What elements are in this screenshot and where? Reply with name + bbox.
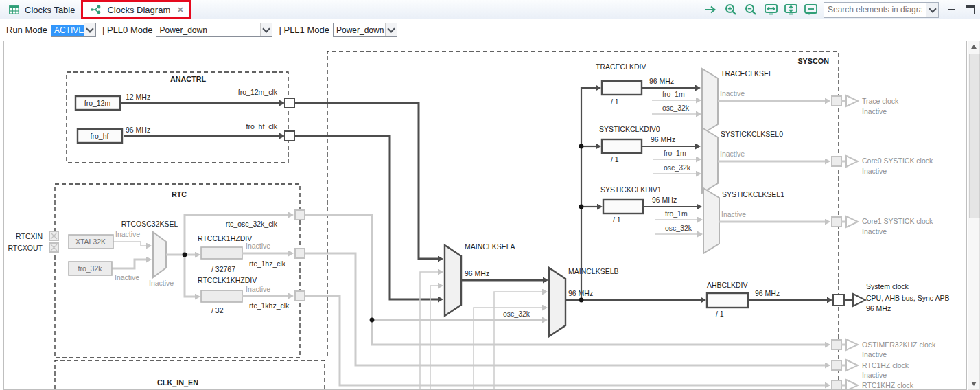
fro-hf-clk-label: fro_hf_clk [246, 122, 277, 130]
ahbclkdiv-value: / 1 [716, 310, 724, 318]
fro-12m-label: fro_12m [84, 99, 111, 107]
systickclkdiv0-value: / 1 [611, 155, 619, 163]
port-fro-12m-clk[interactable] [285, 98, 294, 108]
sel1-fro1m-label: fro_1m [665, 209, 688, 218]
fro-12m-freq: 12 MHz [126, 93, 150, 101]
mainclksela-mux[interactable] [445, 245, 461, 316]
port-rtc-1hz[interactable] [295, 249, 305, 258]
wire-fro-32k [112, 260, 147, 268]
core1-systick-label: Core1 SYSTICK clock [862, 217, 933, 225]
systickclkdiv1-value: / 1 [613, 216, 621, 224]
fro-32k-status: Inactive [115, 273, 139, 282]
rtc-title: RTC [172, 190, 187, 198]
search-dropdown-chevron-icon[interactable] [926, 3, 938, 17]
fit-height-icon[interactable] [784, 3, 797, 16]
mainclkselb-mux[interactable] [549, 268, 565, 336]
zoom-out-icon[interactable] [744, 3, 758, 16]
rtc-osc-32k-clk-label: rtc_osc_32k_clk [226, 220, 278, 228]
port-ostimer32khz[interactable] [832, 340, 841, 349]
clocks-table-icon [7, 3, 21, 16]
ostimer32khz-status: Inactive [862, 350, 887, 358]
scroll-up-icon[interactable] [968, 41, 979, 52]
traceclkdiv-value: / 1 [611, 98, 619, 106]
collapse-notes-icon[interactable] [804, 3, 817, 16]
anactrl-title: ANACTRL [170, 75, 207, 83]
ahb-freq: 96 MHz [755, 289, 780, 297]
port-rtc-1khz[interactable] [295, 291, 305, 301]
rtcosc32ksel-status: Inactive [149, 279, 174, 287]
port-rtc-osc-32k[interactable] [295, 210, 305, 220]
sel1-osc32k-label: osc_32k [665, 224, 692, 232]
rtc-1khz-clk-label: rtc_1khz_clk [249, 301, 290, 310]
flag-core0-systick [846, 156, 858, 167]
system-clock-desc: CPU, AHB bus, Sync APB [866, 294, 949, 302]
rtcosc32ksel-mux[interactable] [153, 232, 166, 277]
flag-ostimer32khz [846, 339, 858, 350]
tab-clocks-diagram[interactable]: Clocks Diagram ✕ [82, 0, 191, 19]
pll1-mode-select[interactable]: Power_down [333, 23, 397, 37]
tab-close-icon[interactable]: ✕ [177, 5, 183, 14]
forward-arrow-icon[interactable] [704, 3, 718, 16]
systickclkdiv0[interactable] [602, 139, 642, 153]
scrollbar-thumb[interactable] [969, 54, 980, 218]
rtcclk1khzdiv[interactable] [201, 290, 242, 302]
traceclksel-status: Inactive [720, 89, 745, 98]
anactrl-block [67, 72, 288, 163]
port-trace-clock[interactable] [832, 96, 841, 106]
fit-width-icon[interactable] [764, 3, 778, 16]
port-fro-hf-clk[interactable] [285, 131, 294, 141]
core0-systick-label: Core0 SYSTICK clock [862, 157, 933, 165]
rtcxout-label: RTCXOUT [8, 244, 43, 252]
traceclksel-mux[interactable] [702, 69, 718, 134]
rtcclk1hzdiv[interactable] [201, 247, 242, 259]
pll0-chevron-icon[interactable] [260, 23, 272, 36]
systickclkdiv1[interactable] [603, 200, 643, 214]
pll0-mode-select[interactable]: Power_down [156, 23, 272, 37]
port-core1-systick[interactable] [832, 217, 841, 227]
vertical-scrollbar[interactable] [968, 41, 980, 390]
port-rtc1hz-out[interactable] [832, 360, 841, 370]
run-mode-chevron-icon[interactable] [84, 23, 95, 36]
systickclkdiv1-label: SYSTICKCLKDIV1 [600, 185, 662, 194]
systickclksel0-mux[interactable] [702, 128, 718, 193]
port-core0-systick[interactable] [832, 157, 841, 166]
clocks-diagram-panel[interactable]: ANACTRL RTC SYSCON CLK_IN_EN fro_12m fro… [3, 41, 967, 390]
minimize-view-icon[interactable] [945, 3, 957, 16]
systickclksel1-mux[interactable] [703, 188, 719, 253]
fro-32k-label: fro_32k [78, 264, 102, 273]
xtal32k-label: XTAL32K [75, 238, 106, 246]
port-system-clock[interactable] [833, 295, 844, 306]
run-mode-select[interactable]: ACTIVE [51, 23, 96, 37]
syscon-title: SYSCON [797, 57, 829, 65]
run-mode-label: Run Mode [6, 25, 47, 35]
wire-to-1khzdiv [185, 255, 196, 297]
mainclksela-freq: 96 MHz [465, 269, 489, 277]
diagram-search-box[interactable] [824, 2, 939, 18]
diagram-search-input[interactable] [824, 5, 926, 14]
tab-clocks-table[interactable]: Clocks Table [0, 0, 82, 19]
fro-hf-label: fro_hf [91, 132, 109, 140]
port-rtcxin[interactable] [49, 231, 58, 240]
port-rtcxout[interactable] [49, 243, 58, 252]
rtcosc32ksel-label: RTCOSC32KSEL [121, 220, 178, 228]
port-rtc1khz-out[interactable] [832, 380, 841, 389]
maximize-view-icon[interactable] [964, 3, 976, 16]
traceclkdiv[interactable] [602, 81, 642, 95]
pll1-chevron-icon[interactable] [385, 23, 397, 36]
scroll-down-icon[interactable] [968, 378, 979, 389]
ahbclkdiv[interactable] [707, 293, 748, 308]
rtc1hz-status: Inactive [862, 371, 887, 379]
systickdiv0-freq: 96 MHz [651, 135, 675, 144]
xtal32k-status: Inactive [115, 230, 140, 238]
wire-selb-in2 [494, 292, 543, 389]
junction-main [579, 298, 584, 303]
rtc1khz-label: RTC1KHZ clock [862, 381, 914, 389]
pll1-mode-value: Power_down [334, 25, 385, 36]
trace-clock-status: Inactive [862, 107, 887, 115]
rtc-1hz-clk-label: rtc_1hz_clk [249, 260, 286, 268]
zoom-in-icon[interactable] [724, 3, 738, 16]
rtcxin-label: RTCXIN [16, 232, 43, 240]
wire-fro-12m-clk [294, 103, 439, 259]
clocks-diagram-canvas[interactable]: ANACTRL RTC SYSCON CLK_IN_EN fro_12m fro… [4, 41, 966, 389]
junction-systick1 [579, 205, 584, 209]
